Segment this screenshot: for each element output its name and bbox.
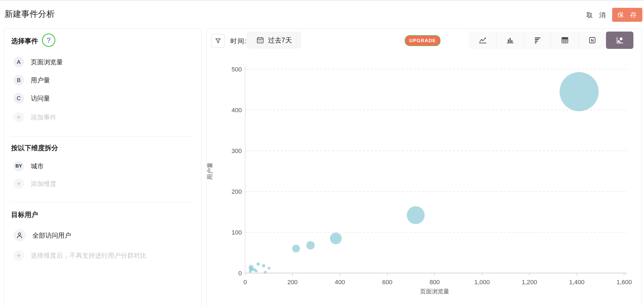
y-tick-label: 300: [231, 147, 242, 154]
dimension-section-title: 按以下维度拆分: [11, 144, 58, 152]
target-user-row[interactable]: 全部访问用户: [13, 229, 71, 242]
event-row-c[interactable]: C 访问量: [13, 93, 50, 104]
y-tick-label: 500: [231, 66, 242, 73]
event-row-a[interactable]: A 页面浏览量: [13, 57, 63, 67]
y-tick-label: 200: [231, 188, 242, 195]
plus-icon: +: [13, 112, 24, 123]
bubble[interactable]: [257, 262, 260, 266]
y-tick-label: 400: [231, 107, 242, 114]
add-dimension-button[interactable]: + 添加维度: [13, 178, 56, 189]
event-badge: B: [13, 75, 24, 85]
dimension-label: 城市: [31, 162, 44, 171]
x-tick-label: 1,000: [474, 279, 490, 286]
y-tick-label: 0: [238, 270, 242, 277]
target-user-section-title: 目标用户: [11, 210, 38, 219]
event-badge: A: [13, 57, 24, 67]
x-tick-label: 0: [243, 279, 247, 286]
person-icon: [13, 229, 26, 242]
select-event-section-title: 选择事件: [11, 37, 38, 46]
help-icon[interactable]: ?: [42, 34, 55, 47]
segment-hint: 选择维度后，不再支持进行用户分群对比: [31, 251, 146, 260]
event-row-b[interactable]: B 用户量: [13, 75, 50, 85]
dimension-row-city[interactable]: BY 城市: [13, 161, 44, 171]
bubble[interactable]: [560, 72, 599, 111]
bubble-chart: 010020030040050002004006008001,0001,2001…: [207, 39, 640, 304]
x-tick-label: 1,200: [522, 279, 537, 286]
x-tick-label: 1,400: [569, 279, 584, 286]
page-title: 新建事件分析: [4, 8, 55, 20]
y-axis-title: 用户量: [207, 162, 213, 180]
add-event-label: 添加事件: [31, 113, 56, 122]
target-user-label: 全部访问用户: [32, 231, 71, 240]
bubble[interactable]: [264, 271, 267, 274]
section-divider: [11, 136, 193, 137]
dimension-badge: BY: [13, 161, 24, 171]
plus-icon: +: [13, 178, 24, 189]
bubble[interactable]: [306, 241, 315, 250]
bubble[interactable]: [330, 233, 342, 244]
window-top-border: [0, 0, 644, 1]
section-divider: [11, 202, 193, 202]
x-tick-label: 800: [430, 279, 440, 286]
x-tick-label: 600: [382, 279, 392, 286]
compare-segment-button[interactable]: + 选择维度后，不再支持进行用户分群对比: [13, 250, 146, 261]
x-tick-label: 400: [335, 279, 345, 286]
bubble[interactable]: [255, 270, 258, 272]
bubble[interactable]: [292, 245, 300, 252]
x-tick-label: 200: [287, 279, 298, 286]
bubble[interactable]: [268, 267, 271, 269]
add-event-button[interactable]: + 添加事件: [13, 112, 56, 123]
save-button[interactable]: 保 存: [612, 8, 642, 22]
y-tick-label: 100: [231, 229, 242, 236]
event-badge: C: [13, 93, 24, 104]
cancel-button[interactable]: 取 消: [586, 9, 608, 21]
event-label: 用户量: [31, 76, 50, 85]
bubble[interactable]: [407, 206, 425, 224]
add-dimension-label: 添加维度: [31, 180, 56, 188]
event-label: 访问量: [31, 94, 50, 103]
plus-icon: +: [13, 250, 24, 261]
event-label: 页面浏览量: [31, 58, 63, 66]
bubble[interactable]: [262, 264, 265, 267]
bubble[interactable]: [249, 270, 252, 273]
x-tick-label: 1,600: [616, 279, 632, 286]
x-axis-title: 页面浏览量: [420, 288, 449, 295]
